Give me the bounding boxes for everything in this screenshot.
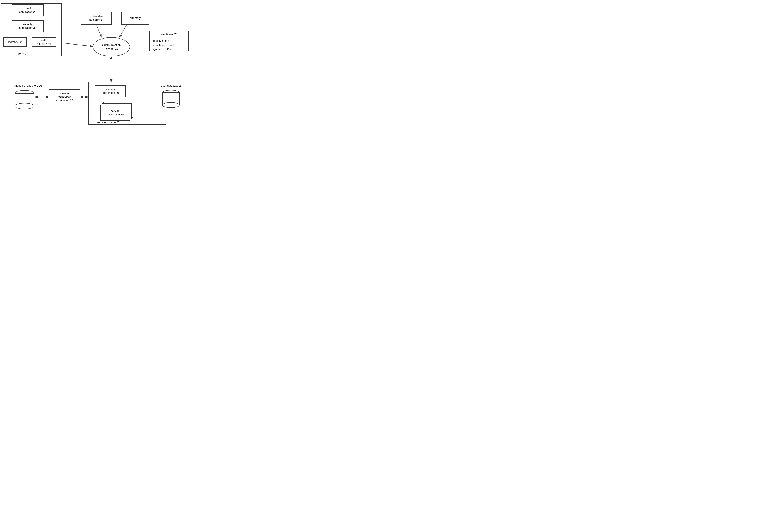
directory-label: directory <box>130 17 141 20</box>
user-db-cylinder <box>161 90 180 110</box>
memory-label: memory 32 <box>8 40 22 44</box>
cert-line-3: signature of CA <box>152 47 186 51</box>
service-provider-label: service provider 20 <box>97 120 120 124</box>
service-registration-box: service registration application 22 <box>49 90 80 104</box>
svg-point-21 <box>162 102 180 108</box>
certificate-title: certificate 42 <box>150 31 188 37</box>
svg-line-5 <box>119 24 127 37</box>
security-application-user-label: security application 30 <box>19 22 36 30</box>
communication-network-label: communication network 18 <box>102 43 121 51</box>
user-db-label: user database 24 <box>161 84 182 88</box>
communication-network-ellipse: communication network 18 <box>93 37 130 57</box>
mapping-repo-label: mapping repository 26 <box>15 84 42 88</box>
security-application-user-box: security application 30 <box>12 20 44 32</box>
security-application-sp-label: security application 36 <box>102 88 119 95</box>
service-registration-label: service registration application 22 <box>56 92 73 102</box>
client-application-box: client application 28 <box>12 4 44 16</box>
user-label: user 12 <box>17 52 26 56</box>
directory-box: directory <box>122 12 149 24</box>
certificate-body: security name security credentials signa… <box>150 37 188 53</box>
cert-line-2: security credentials <box>152 43 186 47</box>
certification-authority-box: certification authority 14 <box>81 12 112 24</box>
profile-memory-box: profile memory 34 <box>31 37 56 47</box>
certificate-box: certificate 42 security name security cr… <box>149 31 189 51</box>
diagram: user 12 client application 28 security a… <box>0 0 192 134</box>
svg-line-4 <box>96 24 101 37</box>
svg-point-16 <box>15 103 34 109</box>
cert-line-1: security name <box>152 39 186 43</box>
client-application-label: client application 28 <box>19 7 36 14</box>
service-application-label: service application 40 <box>106 109 124 117</box>
memory-box: memory 32 <box>3 37 27 47</box>
certification-authority-label: certification authority 14 <box>89 15 104 22</box>
mapping-repo-cylinder <box>14 90 35 111</box>
security-application-sp-box: security application 36 <box>95 85 126 97</box>
profile-memory-label: profile memory 34 <box>37 39 51 46</box>
